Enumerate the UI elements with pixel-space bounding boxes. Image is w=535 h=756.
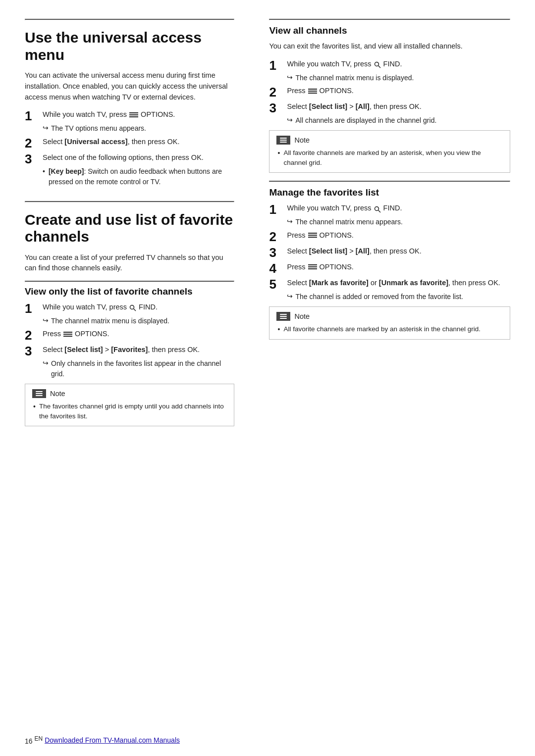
left-column: Use the universal access menu You can ac… — [25, 19, 254, 433]
step-text-options: OPTIONS. — [318, 87, 354, 95]
step-text-find: FIND. — [381, 60, 402, 68]
step-content: While you watch TV, press FIND. — [287, 59, 510, 70]
step-row: 2 Press OPTIONS. — [269, 86, 510, 99]
step-number: 3 — [25, 152, 40, 165]
step-number: 1 — [25, 109, 40, 122]
section2-divider — [25, 201, 234, 202]
step-number: 3 — [25, 345, 40, 357]
step-number: 2 — [269, 230, 284, 243]
bullet-text: [Key beep]: Switch on audio feedback whe… — [49, 166, 235, 187]
note-bullet: • All favorite channels are marked by an… — [277, 324, 503, 334]
find-icon — [374, 205, 381, 212]
step-block: 2 Press OPTIONS. — [269, 86, 510, 99]
note-bullet-text: All favorite channels are marked by an a… — [283, 148, 503, 167]
arrow-indent: ↪ The channel is added or removed from t… — [287, 292, 510, 302]
note-box-manage: Note • All favorite channels are marked … — [269, 306, 510, 340]
note-bullet: • The favorites channel grid is empty un… — [33, 402, 227, 421]
options-icon — [63, 331, 72, 338]
step-text: While you watch TV, press — [43, 303, 129, 311]
step-content: Select [Universal access], then press OK… — [43, 137, 234, 148]
page-footer: 16 EN Downloaded From TV-Manual.com Manu… — [25, 735, 510, 745]
step-text-options: OPTIONS. — [318, 263, 354, 271]
step-text-find: FIND. — [137, 303, 158, 311]
note-icon — [32, 389, 46, 398]
note-icon-line — [280, 316, 287, 317]
arrow-symbol: ↪ — [287, 73, 293, 81]
note-icon-line — [36, 393, 43, 394]
step-block: 3 Select [Select list] > [Favorites], th… — [25, 345, 234, 379]
note-icon-line — [280, 318, 287, 319]
note-icon-lines — [280, 314, 287, 319]
step-block: 3 Select [Select list] > [All], then pre… — [269, 101, 510, 125]
svg-point-2 — [374, 62, 378, 66]
arrow-indent: ↪ The TV options menu appears. — [43, 123, 234, 133]
page-num-value: 16 — [25, 737, 33, 745]
arrow-indent: ↪ The channel matrix menu is displayed. — [287, 73, 510, 83]
step-row: 1 While you watch TV, press FIND. — [25, 302, 234, 315]
section2-body: You can create a list of your preferred … — [25, 252, 234, 274]
right-section1-body: You can exit the favorites list, and vie… — [269, 41, 510, 52]
arrow-text: All channels are displayed in the channe… — [295, 115, 436, 125]
step-number: 2 — [25, 137, 40, 150]
arrow-text: The channel is added or removed from the… — [295, 292, 463, 302]
note-header: Note — [32, 389, 227, 398]
step-text: Select [Universal access], then press OK… — [43, 138, 179, 146]
right-section2-title: Manage the favorites list — [269, 187, 510, 198]
arrow-symbol: ↪ — [43, 316, 49, 324]
right-section1-title: View all channels — [269, 25, 510, 36]
step-text: While you watch TV, press — [287, 60, 373, 68]
note-icon-lines — [36, 391, 43, 396]
right-section2-divider — [269, 181, 510, 182]
options-icon — [129, 112, 138, 118]
footer-link[interactable]: Downloaded From TV-Manual.com Manuals — [45, 736, 180, 744]
step-text: Select one of the following options, the… — [43, 153, 204, 161]
page-number: 16 EN — [25, 735, 43, 745]
step-block: 4 Press OPTIONS. — [269, 262, 510, 275]
step-content: Select [Select list] > [Favorites], then… — [43, 345, 234, 355]
step-content: Select [Mark as favorite] or [Unmark as … — [287, 278, 510, 289]
step-content: Select one of the following options, the… — [43, 152, 234, 163]
step-row: 5 Select [Mark as favorite] or [Unmark a… — [269, 278, 510, 291]
step-content: While you watch TV, press FIND. — [287, 203, 510, 214]
note-header: Note — [276, 136, 503, 145]
step-block: 1 While you watch TV, press FIND. ↪ The … — [269, 203, 510, 227]
note-icon-lines — [280, 138, 287, 143]
find-icon — [374, 61, 381, 68]
note-icon — [276, 136, 290, 145]
step-content: Select [Select list] > [All], then press… — [287, 101, 510, 112]
step-block: 3 Select [Select list] > [All], then pre… — [269, 246, 510, 259]
options-icon — [308, 88, 317, 95]
note-bullet-text: All favorite channels are marked by an a… — [283, 324, 481, 334]
step-number: 3 — [269, 246, 284, 259]
step-block: 3 Select one of the following options, t… — [25, 152, 234, 187]
step-number: 2 — [269, 86, 284, 99]
arrow-indent: ↪ The channel matrix menu is displayed. — [43, 316, 234, 326]
section2-title: Create and use list of favorite channels — [25, 211, 234, 246]
arrow-text: The channel matrix menu appears. — [295, 217, 402, 227]
step-text: Select [Select list] > [All], then press… — [287, 247, 421, 255]
svg-line-1 — [134, 309, 136, 311]
step-block: 2 Select [Universal access], then press … — [25, 137, 234, 150]
step-row: 1 While you watch TV, press FIND. — [269, 59, 510, 72]
right-section1-divider — [269, 19, 510, 20]
step-text-options: OPTIONS. — [73, 330, 109, 338]
note-bullet-text: The favorites channel grid is empty unti… — [39, 402, 227, 421]
step-row: 2 Press OPTIONS. — [269, 230, 510, 243]
svg-point-0 — [130, 305, 134, 309]
arrow-symbol: ↪ — [43, 124, 49, 132]
arrow-text: Only channels in the favorites list appe… — [51, 358, 234, 379]
note-icon-line — [280, 314, 287, 315]
svg-point-4 — [374, 206, 378, 210]
step-number: 1 — [269, 203, 284, 216]
find-icon — [129, 304, 136, 311]
step-block: 2 Press OPTIONS. — [269, 230, 510, 243]
svg-line-5 — [378, 210, 380, 212]
step-text: Select [Select list] > [Favorites], then… — [43, 346, 200, 353]
step-row: 3 Select [Select list] > [Favorites], th… — [25, 345, 234, 357]
section1-divider — [25, 19, 234, 20]
step-row: 3 Select [Select list] > [All], then pre… — [269, 246, 510, 259]
arrow-symbol: ↪ — [287, 116, 293, 124]
section1-body: You can activate the universal access me… — [25, 70, 234, 102]
step-text: While you watch TV, press — [287, 204, 373, 212]
step-row: 2 Press OPTIONS. — [25, 329, 234, 342]
